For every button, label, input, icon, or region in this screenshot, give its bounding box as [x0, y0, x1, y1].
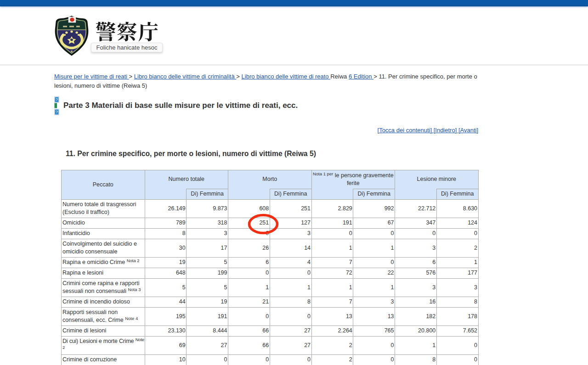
svg-text:?: ? — [56, 110, 58, 114]
svg-text:?: ? — [56, 97, 58, 102]
